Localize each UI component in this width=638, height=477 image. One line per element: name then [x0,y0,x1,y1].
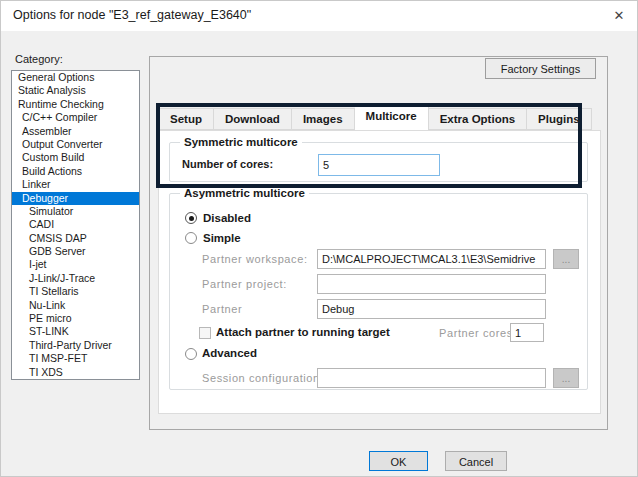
options-dialog: Options for node "E3_ref_gateway_E3640" … [0,0,638,477]
category-item-ti-xds[interactable]: TI XDS [12,366,139,379]
symmetric-multicore-group-label: Symmetric multicore [180,136,302,148]
partner-project-input[interactable] [317,274,546,294]
category-item-static-analysis[interactable]: Static Analysis [12,84,139,97]
factory-settings-button[interactable]: Factory Settings [485,58,596,79]
category-item-custom-build[interactable]: Custom Build [12,151,139,164]
category-item-pe-micro[interactable]: PE micro [12,312,139,325]
simple-radio-label[interactable]: Simple [203,232,241,244]
disabled-radio[interactable] [185,212,197,224]
category-item-debugger[interactable]: Debugger [12,192,139,205]
category-item-j-link-j-trace[interactable]: J-Link/J-Trace [12,272,139,285]
tab-extra-options[interactable]: Extra Options [429,108,527,130]
category-item-cadi[interactable]: CADI [12,218,139,231]
title-bar: Options for node "E3_ref_gateway_E3640" … [1,1,637,31]
partner-label: Partner [202,303,242,315]
attach-partner-label[interactable]: Attach partner to running target [216,326,390,338]
partner-workspace-input[interactable] [317,249,546,269]
partner-cores-input[interactable] [510,323,544,342]
tab-download[interactable]: Download [214,108,292,130]
ok-button[interactable]: OK [369,451,428,471]
category-item-general-options[interactable]: General Options [12,71,139,84]
disabled-radio-label[interactable]: Disabled [203,212,251,224]
partner-workspace-browse-button[interactable]: ... [553,249,579,269]
partner-cores-label: Partner cores [439,327,513,339]
category-item-ti-stellaris[interactable]: TI Stellaris [12,285,139,298]
window-title: Options for node "E3_ref_gateway_E3640" [13,8,251,22]
advanced-radio[interactable] [185,348,197,360]
close-icon[interactable]: ✕ [611,8,627,24]
tab-images[interactable]: Images [292,108,355,130]
partner-workspace-label: Partner workspace: [202,253,308,265]
category-item-st-link[interactable]: ST-LINK [12,325,139,338]
attach-partner-checkbox[interactable] [199,327,211,339]
category-item-runtime-checking[interactable]: Runtime Checking [12,98,139,111]
number-of-cores-label: Number of cores: [182,158,273,170]
category-item-third-party-driver[interactable]: Third-Party Driver [12,339,139,352]
advanced-radio-label[interactable]: Advanced [202,347,257,359]
category-item-output-converter[interactable]: Output Converter [12,138,139,151]
number-of-cores-input[interactable] [318,154,440,176]
session-configuration-input[interactable] [317,368,546,388]
asymmetric-multicore-group-label: Asymmetric multicore [180,187,309,199]
partner-project-label: Partner project: [202,278,287,290]
category-item-i-jet[interactable]: I-jet [12,258,139,271]
category-item-assembler[interactable]: Assembler [12,125,139,138]
tab-multicore[interactable]: Multicore [355,104,429,130]
session-configuration-browse-button[interactable]: ... [553,368,579,388]
partner-input[interactable] [317,299,546,319]
tab-setup[interactable]: Setup [158,108,214,130]
simple-radio[interactable] [185,232,197,244]
category-item-linker[interactable]: Linker [12,178,139,191]
category-item-cmsis-dap[interactable]: CMSIS DAP [12,232,139,245]
category-item-nu-link[interactable]: Nu-Link [12,299,139,312]
tab-plugins[interactable]: Plugins [527,108,592,130]
category-list[interactable]: General OptionsStatic AnalysisRuntime Ch… [11,70,140,380]
category-item-gdb-server[interactable]: GDB Server [12,245,139,258]
category-item-ti-msp-fet[interactable]: TI MSP-FET [12,352,139,365]
tab-strip: SetupDownloadImagesMulticoreExtra Option… [158,106,592,130]
category-item-simulator[interactable]: Simulator [12,205,139,218]
category-item-c-c-compiler[interactable]: C/C++ Compiler [12,111,139,124]
cancel-button[interactable]: Cancel [445,451,507,471]
category-item-build-actions[interactable]: Build Actions [12,165,139,178]
category-label: Category: [15,53,63,65]
session-configuration-label: Session configuration: [202,372,323,384]
